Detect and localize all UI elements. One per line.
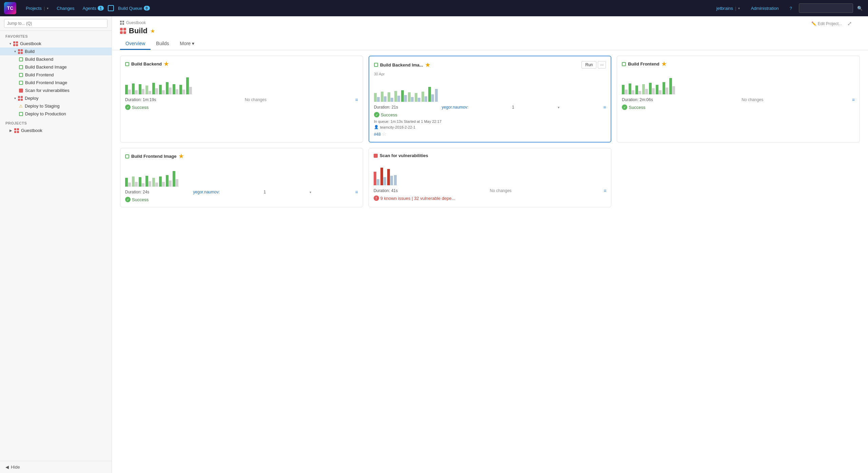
agent-name: teamcity-2018-2-22-1 <box>380 125 416 129</box>
nav-help[interactable]: ? <box>786 6 796 11</box>
bar <box>629 83 631 94</box>
bar <box>132 176 135 187</box>
sidebar-item-build-frontend-image[interactable]: Build Frontend Image <box>0 79 112 87</box>
bar <box>669 78 672 94</box>
bar-group <box>139 177 144 187</box>
bar-group <box>186 77 192 94</box>
status-badge: Success <box>125 105 358 110</box>
bar-group <box>629 83 634 94</box>
build-chart <box>374 78 606 102</box>
changes: No changes <box>245 97 267 102</box>
nav-user[interactable]: jetbrains | ▾ <box>712 6 744 11</box>
star-icon[interactable]: ★ <box>150 28 155 34</box>
sidebar-item-label: Guestbook <box>21 128 42 133</box>
nav-administration[interactable]: Administration <box>747 6 783 11</box>
bar <box>425 96 427 102</box>
user-link[interactable]: yegor.naumov: <box>442 105 469 110</box>
card-header: Scan for vulnerabilities <box>374 153 607 158</box>
agent-icon: 👤 <box>374 125 379 129</box>
fullscreen-icon[interactable]: ⤢ <box>847 20 852 27</box>
sidebar-search-input[interactable] <box>4 19 107 28</box>
search-input[interactable] <box>799 3 853 13</box>
content-header: Guestbook Build ★ Overview Builds More ▾ <box>112 16 868 50</box>
bar-group <box>145 176 151 187</box>
bar <box>169 88 172 94</box>
duration: Duration: 21s <box>374 105 398 110</box>
card-star[interactable]: ★ <box>425 62 430 68</box>
nav-agents[interactable]: Agents 1 <box>78 6 108 11</box>
card-star[interactable]: ★ <box>662 61 666 67</box>
duration: Duration: 2m:06s <box>622 97 653 102</box>
sidebar-item-build-fav[interactable]: ▾ Build <box>0 48 112 55</box>
agent-row: 👤 teamcity-2018-2-22-1 <box>374 125 606 129</box>
sidebar-item-build-backend-image[interactable]: Build Backend Image <box>0 63 112 71</box>
run-button[interactable]: Run <box>581 61 596 69</box>
edit-project-button[interactable]: ✏️ Edit Project... <box>811 21 842 26</box>
sidebar-item-guestbook-fav[interactable]: ▾ Guestbook <box>0 40 112 48</box>
sidebar-hide-button[interactable]: ◀ Hide <box>0 461 112 473</box>
tab-overview[interactable]: Overview <box>120 38 151 50</box>
page-title: Build ★ <box>120 26 860 35</box>
bar-group <box>669 78 675 94</box>
tab-builds[interactable]: Builds <box>151 38 174 50</box>
more-options-button[interactable]: ··· <box>598 61 606 69</box>
bar <box>182 90 185 94</box>
card-header: Build Frontend ★ <box>622 61 855 67</box>
tab-more[interactable]: More ▾ <box>175 38 200 50</box>
layers-icon[interactable]: ≡ <box>603 105 606 110</box>
chevron-icon: ▾ <box>558 106 559 109</box>
bar <box>421 92 424 102</box>
build-star[interactable]: ☆ <box>382 131 387 137</box>
layers-icon[interactable]: ≡ <box>852 97 855 102</box>
bar-group <box>387 169 393 185</box>
bar <box>173 171 175 187</box>
bar <box>189 87 192 94</box>
bar <box>125 85 128 94</box>
nav-projects[interactable]: Projects | ▾ <box>22 6 53 11</box>
sidebar-item-scan-vulnerabilities[interactable]: Scan for vulnerabilities <box>0 87 112 94</box>
card-footer: Duration: 2m:06s No changes ≡ <box>622 97 855 102</box>
sidebar-item-build-frontend[interactable]: Build Frontend <box>0 71 112 79</box>
breadcrumb-icon <box>120 21 124 25</box>
status-row: Success <box>374 112 606 117</box>
status-badge: Success <box>125 197 358 202</box>
bar-group <box>622 85 628 94</box>
card-star[interactable]: ★ <box>179 153 183 159</box>
bar <box>391 98 393 102</box>
sidebar-item-deploy[interactable]: ▾ Deploy <box>0 94 112 102</box>
user-link[interactable]: yegor.naumov: <box>193 190 220 194</box>
sidebar-item-deploy-staging[interactable]: ⚠ Deploy to Staging <box>0 102 112 110</box>
card-title: Build Frontend Image <box>131 154 177 159</box>
layers-icon[interactable]: ≡ <box>355 97 358 102</box>
breadcrumb-text: Guestbook <box>126 20 146 25</box>
sidebar-item-label: Deploy <box>25 96 38 101</box>
bar <box>374 172 376 185</box>
bar-group <box>173 171 178 187</box>
bar <box>142 89 144 94</box>
card-star[interactable]: ★ <box>164 61 169 67</box>
sidebar-item-deploy-production[interactable]: Deploy to Production <box>0 110 112 118</box>
agents-badge: 1 <box>98 6 104 11</box>
layers-icon[interactable]: ≡ <box>355 189 358 195</box>
nav-changes[interactable]: Changes <box>53 6 78 11</box>
sidebar-item-guestbook-projects[interactable]: ▶ Guestbook <box>0 127 112 134</box>
nav-build-queue[interactable]: Build Queue 0 <box>114 6 154 11</box>
sidebar-item-label: Build Backend Image <box>25 64 67 70</box>
build-number[interactable]: #48 <box>374 132 381 137</box>
build-chart <box>622 71 855 94</box>
card-header: Build Backend ★ <box>125 61 358 67</box>
bar <box>632 90 634 94</box>
layers-icon[interactable]: ≡ <box>604 188 606 193</box>
sidebar-item-build-backend[interactable]: Build Backend <box>0 55 112 63</box>
bar <box>132 83 135 94</box>
page-title-icon <box>120 28 126 34</box>
sidebar-item-label: Build <box>25 49 35 54</box>
subproject-icon <box>18 49 23 54</box>
config-status-icon <box>374 154 378 158</box>
project-icon <box>14 128 19 133</box>
app-logo[interactable]: TC <box>4 2 16 14</box>
bar <box>659 90 662 94</box>
search-icon[interactable]: 🔍 <box>856 4 864 12</box>
bar <box>152 83 155 94</box>
sidebar-item-label: Deploy to Production <box>25 111 66 116</box>
